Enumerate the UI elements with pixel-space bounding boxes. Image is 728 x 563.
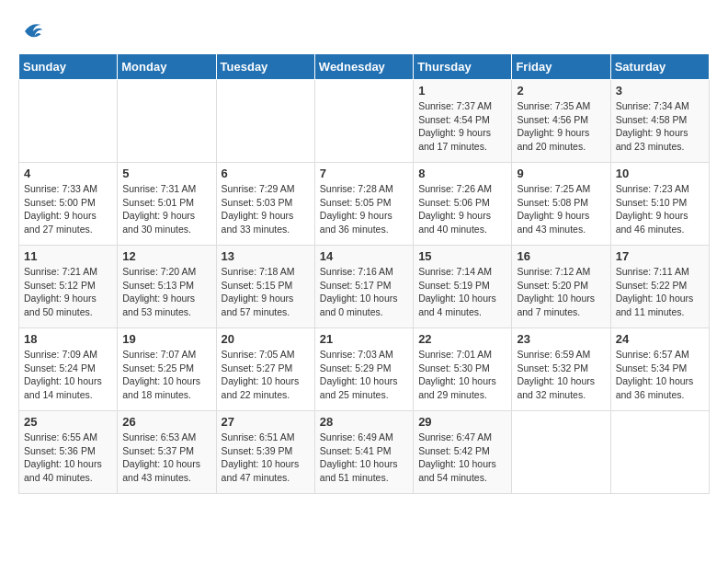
day-info: Sunrise: 7:07 AMSunset: 5:25 PMDaylight:… xyxy=(122,348,210,402)
day-number: 26 xyxy=(122,415,210,429)
calendar-cell: 20Sunrise: 7:05 AMSunset: 5:27 PMDayligh… xyxy=(216,328,314,411)
calendar-cell: 9Sunrise: 7:25 AMSunset: 5:08 PMDaylight… xyxy=(512,163,610,246)
calendar-cell: 19Sunrise: 7:07 AMSunset: 5:25 PMDayligh… xyxy=(118,328,216,411)
day-number: 27 xyxy=(222,415,310,429)
header-tuesday: Tuesday xyxy=(216,54,314,80)
calendar-cell: 23Sunrise: 6:59 AMSunset: 5:32 PMDayligh… xyxy=(512,328,610,411)
calendar-cell xyxy=(19,80,118,163)
day-info: Sunrise: 7:25 AMSunset: 5:08 PMDaylight:… xyxy=(517,182,605,236)
day-number: 11 xyxy=(24,249,112,263)
day-number: 12 xyxy=(122,249,210,263)
day-number: 19 xyxy=(122,332,210,346)
calendar-cell: 10Sunrise: 7:23 AMSunset: 5:10 PMDayligh… xyxy=(610,163,709,246)
calendar-cell: 5Sunrise: 7:31 AMSunset: 5:01 PMDaylight… xyxy=(118,163,216,246)
day-info: Sunrise: 6:49 AMSunset: 5:41 PMDaylight:… xyxy=(320,431,408,485)
calendar-cell: 21Sunrise: 7:03 AMSunset: 5:29 PMDayligh… xyxy=(314,328,413,411)
week-row-2: 4Sunrise: 7:33 AMSunset: 5:00 PMDaylight… xyxy=(19,163,710,246)
day-number: 9 xyxy=(517,167,605,180)
day-info: Sunrise: 6:55 AMSunset: 5:36 PMDaylight:… xyxy=(24,431,112,485)
calendar-table: SundayMondayTuesdayWednesdayThursdayFrid… xyxy=(18,53,710,494)
calendar-cell: 25Sunrise: 6:55 AMSunset: 5:36 PMDayligh… xyxy=(19,411,118,494)
calendar-cell: 7Sunrise: 7:28 AMSunset: 5:05 PMDaylight… xyxy=(314,163,413,246)
day-info: Sunrise: 7:14 AMSunset: 5:19 PMDaylight:… xyxy=(418,265,506,319)
day-number: 3 xyxy=(616,84,704,98)
day-info: Sunrise: 7:01 AMSunset: 5:30 PMDaylight:… xyxy=(418,348,506,402)
day-info: Sunrise: 7:11 AMSunset: 5:22 PMDaylight:… xyxy=(616,265,704,319)
header-friday: Friday xyxy=(512,54,610,80)
logo xyxy=(18,18,48,44)
day-number: 24 xyxy=(616,332,704,346)
day-number: 28 xyxy=(320,415,408,429)
header-saturday: Saturday xyxy=(610,54,709,80)
day-number: 16 xyxy=(517,249,605,263)
day-info: Sunrise: 7:34 AMSunset: 4:58 PMDaylight:… xyxy=(616,99,704,154)
header-wednesday: Wednesday xyxy=(314,54,413,80)
calendar-cell xyxy=(610,411,709,494)
day-number: 6 xyxy=(222,167,310,180)
day-info: Sunrise: 7:33 AMSunset: 5:00 PMDaylight:… xyxy=(24,182,112,236)
day-info: Sunrise: 7:26 AMSunset: 5:06 PMDaylight:… xyxy=(418,182,506,236)
day-info: Sunrise: 7:28 AMSunset: 5:05 PMDaylight:… xyxy=(320,182,408,236)
calendar-cell: 4Sunrise: 7:33 AMSunset: 5:00 PMDaylight… xyxy=(19,163,118,246)
calendar-cell: 14Sunrise: 7:16 AMSunset: 5:17 PMDayligh… xyxy=(314,246,413,328)
calendar-cell: 1Sunrise: 7:37 AMSunset: 4:54 PMDaylight… xyxy=(414,80,512,163)
day-number: 10 xyxy=(616,167,704,180)
week-row-5: 25Sunrise: 6:55 AMSunset: 5:36 PMDayligh… xyxy=(19,411,710,494)
day-info: Sunrise: 7:21 AMSunset: 5:12 PMDaylight:… xyxy=(24,265,112,319)
calendar-cell: 29Sunrise: 6:47 AMSunset: 5:42 PMDayligh… xyxy=(414,411,512,494)
day-number: 15 xyxy=(418,249,506,263)
header-thursday: Thursday xyxy=(414,54,512,80)
calendar-cell: 15Sunrise: 7:14 AMSunset: 5:19 PMDayligh… xyxy=(414,246,512,328)
week-row-1: 1Sunrise: 7:37 AMSunset: 4:54 PMDaylight… xyxy=(19,80,710,163)
calendar-cell: 8Sunrise: 7:26 AMSunset: 5:06 PMDaylight… xyxy=(414,163,512,246)
header-monday: Monday xyxy=(118,54,216,80)
calendar-cell xyxy=(216,80,314,163)
calendar-cell: 26Sunrise: 6:53 AMSunset: 5:37 PMDayligh… xyxy=(118,411,216,494)
day-info: Sunrise: 7:31 AMSunset: 5:01 PMDaylight:… xyxy=(122,182,210,236)
calendar-cell: 16Sunrise: 7:12 AMSunset: 5:20 PMDayligh… xyxy=(512,246,610,328)
calendar-header-row: SundayMondayTuesdayWednesdayThursdayFrid… xyxy=(19,54,710,80)
day-info: Sunrise: 6:53 AMSunset: 5:37 PMDaylight:… xyxy=(122,431,210,485)
calendar-cell: 11Sunrise: 7:21 AMSunset: 5:12 PMDayligh… xyxy=(19,246,118,328)
calendar-cell xyxy=(314,80,413,163)
day-info: Sunrise: 6:59 AMSunset: 5:32 PMDaylight:… xyxy=(517,348,605,402)
day-number: 2 xyxy=(517,84,605,98)
day-number: 8 xyxy=(418,167,506,180)
calendar-cell: 22Sunrise: 7:01 AMSunset: 5:30 PMDayligh… xyxy=(414,328,512,411)
calendar-cell: 2Sunrise: 7:35 AMSunset: 4:56 PMDaylight… xyxy=(512,80,610,163)
day-number: 21 xyxy=(320,332,408,346)
week-row-3: 11Sunrise: 7:21 AMSunset: 5:12 PMDayligh… xyxy=(19,246,710,328)
day-number: 20 xyxy=(222,332,310,346)
calendar-cell: 6Sunrise: 7:29 AMSunset: 5:03 PMDaylight… xyxy=(216,163,314,246)
calendar-cell xyxy=(118,80,216,163)
day-info: Sunrise: 7:05 AMSunset: 5:27 PMDaylight:… xyxy=(222,348,310,402)
day-number: 29 xyxy=(418,415,506,429)
week-row-4: 18Sunrise: 7:09 AMSunset: 5:24 PMDayligh… xyxy=(19,328,710,411)
day-number: 1 xyxy=(418,84,506,98)
header-sunday: Sunday xyxy=(19,54,118,80)
day-info: Sunrise: 6:57 AMSunset: 5:34 PMDaylight:… xyxy=(616,348,704,402)
day-number: 7 xyxy=(320,167,408,180)
calendar-cell xyxy=(512,411,610,494)
day-number: 5 xyxy=(122,167,210,180)
calendar-cell: 28Sunrise: 6:49 AMSunset: 5:41 PMDayligh… xyxy=(314,411,413,494)
day-number: 22 xyxy=(418,332,506,346)
day-info: Sunrise: 7:12 AMSunset: 5:20 PMDaylight:… xyxy=(517,265,605,319)
logo-icon xyxy=(18,18,44,44)
calendar-cell: 18Sunrise: 7:09 AMSunset: 5:24 PMDayligh… xyxy=(19,328,118,411)
day-info: Sunrise: 7:29 AMSunset: 5:03 PMDaylight:… xyxy=(222,182,310,236)
day-number: 13 xyxy=(222,249,310,263)
day-info: Sunrise: 7:18 AMSunset: 5:15 PMDaylight:… xyxy=(222,265,310,319)
calendar-cell: 13Sunrise: 7:18 AMSunset: 5:15 PMDayligh… xyxy=(216,246,314,328)
day-number: 23 xyxy=(517,332,605,346)
day-info: Sunrise: 6:47 AMSunset: 5:42 PMDaylight:… xyxy=(418,431,506,485)
day-info: Sunrise: 7:03 AMSunset: 5:29 PMDaylight:… xyxy=(320,348,408,402)
calendar-cell: 24Sunrise: 6:57 AMSunset: 5:34 PMDayligh… xyxy=(610,328,709,411)
day-info: Sunrise: 7:20 AMSunset: 5:13 PMDaylight:… xyxy=(122,265,210,319)
day-info: Sunrise: 6:51 AMSunset: 5:39 PMDaylight:… xyxy=(222,431,310,485)
calendar-cell: 17Sunrise: 7:11 AMSunset: 5:22 PMDayligh… xyxy=(610,246,709,328)
day-number: 14 xyxy=(320,249,408,263)
day-number: 18 xyxy=(24,332,112,346)
calendar-cell: 27Sunrise: 6:51 AMSunset: 5:39 PMDayligh… xyxy=(216,411,314,494)
calendar-cell: 12Sunrise: 7:20 AMSunset: 5:13 PMDayligh… xyxy=(118,246,216,328)
